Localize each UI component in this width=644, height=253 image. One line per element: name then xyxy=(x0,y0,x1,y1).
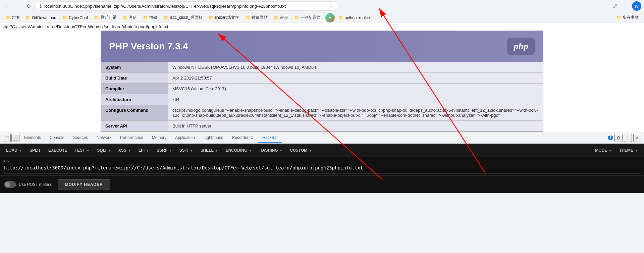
hackbar-lfi-button[interactable]: LFI ▼ xyxy=(135,146,153,155)
bookmark-star-icon[interactable]: ☆ xyxy=(329,4,333,9)
bookmark-folder-icon: 📁 xyxy=(62,15,67,20)
menu-button[interactable]: ⋮ xyxy=(621,1,631,11)
phpinfo-container: PHP Version 7.3.4 php System Windows NT … xyxy=(101,31,543,132)
url-underline xyxy=(4,173,640,173)
bookmark-all[interactable]: 📁 所有书签 xyxy=(613,13,641,22)
php-header: PHP Version 7.3.4 php xyxy=(101,31,543,62)
bookmark-paid[interactable]: 📁 付费网站 xyxy=(243,13,270,22)
table-cell-label: Server API xyxy=(101,121,168,132)
bookmark-folder-icon: 📁 xyxy=(616,15,621,20)
forward-button[interactable]: → xyxy=(13,1,23,11)
hackbar-xss-button[interactable]: XSS ▼ xyxy=(115,146,135,155)
devtools-settings-icon[interactable]: ⚙ xyxy=(614,134,623,142)
hackbar-url-section: URL xyxy=(0,157,644,175)
bookmark-linux[interactable]: 📁 linux酷炫文字 xyxy=(206,13,242,22)
bookmark-folder-icon: 📁 xyxy=(25,15,31,20)
reload-button[interactable]: ⟳ xyxy=(24,1,34,11)
table-cell-value: cscript /nologo configure.js "--enable-s… xyxy=(168,105,543,121)
table-row: Configure Command cscript /nologo config… xyxy=(101,105,543,121)
hackbar-shell-button[interactable]: SHELL ▼ xyxy=(197,146,221,155)
lfi-dropdown-icon: ▼ xyxy=(146,149,149,152)
bookmark-ctf[interactable]: 📁 CTF xyxy=(3,14,22,21)
hackbar-execute-button[interactable]: EXECUTE xyxy=(45,146,71,155)
table-row: Server API Built in HTTP server xyxy=(101,121,543,132)
bookmark-folder-icon: 📁 xyxy=(143,15,148,20)
bookmark-folder-icon: 📁 xyxy=(338,15,343,20)
hackbar-test-button[interactable]: TEST ▼ xyxy=(71,146,93,155)
post-method-toggle-container: Use POST method xyxy=(4,181,53,188)
tab-recorder[interactable]: Recorder ⚙ xyxy=(228,133,258,143)
hackbar-mode-button[interactable]: MODE ▼ xyxy=(592,146,615,155)
post-method-toggle[interactable] xyxy=(4,181,16,188)
mode-dropdown-icon: ▼ xyxy=(608,149,612,152)
tab-elements[interactable]: Elements xyxy=(20,133,45,143)
devtools-badge: 1 xyxy=(608,136,613,140)
test-dropdown-icon: ▼ xyxy=(86,149,90,152)
table-cell-label: Architecture xyxy=(101,94,168,105)
back-button[interactable]: ← xyxy=(3,1,12,11)
table-cell-label: System xyxy=(101,62,168,73)
ssti-dropdown-icon: ▼ xyxy=(190,149,193,152)
browser-top-bar: ← → ⟳ ℹ localhost:3000/index.php?filenam… xyxy=(0,0,644,12)
hackbar-bottom: Use POST method MODIFY HEADER xyxy=(0,175,644,193)
tab-lighthouse[interactable]: Lighthouse xyxy=(200,133,227,143)
tab-network[interactable]: Network xyxy=(93,133,115,143)
bookmark-python[interactable]: 📁 python_rookie xyxy=(335,14,372,21)
hackbar-sqli-button[interactable]: SQLI ▼ xyxy=(94,146,114,155)
table-cell-value: Apr 2 2019 21:50:57 xyxy=(168,73,543,84)
bookmarks-bar: 📁 CTF 📁 GitDownLoad 📁 CyberChef 📁 最近问题 📁… xyxy=(0,12,644,23)
tab-hackbar[interactable]: HackBar xyxy=(258,133,282,143)
bookmark-yiqian[interactable]: 📁 怡钱 xyxy=(140,13,160,22)
bookmark-chashi[interactable]: 📁 差事 xyxy=(271,13,291,22)
hackbar-theme-button[interactable]: THEME ▼ xyxy=(616,146,641,155)
bookmark-new-stuff[interactable]: 📁 一些新东西 xyxy=(291,13,323,22)
lock-icon: ℹ xyxy=(40,3,42,9)
table-cell-value: MSVC15 (Visual C++ 2017) xyxy=(168,84,543,94)
shell-dropdown-icon: ▼ xyxy=(215,149,218,152)
profile-avatar[interactable]: W xyxy=(632,1,641,11)
bookmark-folder-icon: 📁 xyxy=(274,15,279,20)
tab-console[interactable]: Console xyxy=(46,133,68,143)
hackbar-load-button[interactable]: LOAD ▼ xyxy=(3,146,25,155)
devtools-inspect-icon[interactable]: ⬚ xyxy=(3,134,11,142)
extensions-button[interactable]: ⑇ xyxy=(610,1,620,11)
devtools-right-actions: 1 ⚙ ⋮ ✕ xyxy=(606,134,641,142)
hackbar-hashing-button[interactable]: HASHING ▼ xyxy=(256,146,286,155)
bookmark-folder-icon: 📁 xyxy=(294,15,299,20)
ssrf-dropdown-icon: ▼ xyxy=(169,149,172,152)
bookmark-folder-icon: 📁 xyxy=(5,15,10,20)
table-cell-value: Built in HTTP server xyxy=(168,121,543,132)
bookmark-cyberchef[interactable]: 📁 CyberChef xyxy=(60,14,91,21)
table-cell-label: Configure Command xyxy=(101,105,168,121)
hackbar-split-button[interactable]: SPLIT xyxy=(26,146,44,155)
address-bar[interactable]: ℹ localhost:3000/index.php?filename=zip:… xyxy=(36,1,337,11)
hackbar-url-input[interactable] xyxy=(4,164,640,172)
tab-memory[interactable]: Memory xyxy=(148,133,170,143)
devtools-more-icon[interactable]: ⋮ xyxy=(624,134,632,142)
hackbar-encoding-button[interactable]: ENCODING ▼ xyxy=(222,146,256,155)
table-cell-value: x64 xyxy=(168,94,543,105)
hackbar-toolbar: LOAD ▼ SPLIT EXECUTE TEST ▼ SQLI ▼ XSS ▼ xyxy=(0,144,644,157)
xss-dropdown-icon: ▼ xyxy=(128,149,131,152)
tab-application[interactable]: Application xyxy=(171,133,199,143)
tab-sources[interactable]: Sources xyxy=(69,133,92,143)
bookmark-study[interactable]: 📁 考研 xyxy=(120,13,140,22)
nav-buttons: ← → ⟳ xyxy=(3,1,34,11)
hackbar-ssti-button[interactable]: SSTI ▼ xyxy=(176,146,197,155)
devtools-bar: ⬚ ⬜ Elements Console Sources Network Per… xyxy=(0,132,644,144)
custom-icon-bookmark[interactable]: ✦ xyxy=(325,13,335,22)
devtools-close-icon[interactable]: ✕ xyxy=(633,134,641,142)
hackbar-custom-button[interactable]: CUSTOM ▼ xyxy=(287,146,316,155)
bookmark-recent[interactable]: 📁 最近问题 xyxy=(91,13,119,22)
hashing-dropdown-icon: ▼ xyxy=(279,149,283,152)
bookmark-gitdownload[interactable]: 📁 GitDownLoad xyxy=(23,14,59,21)
table-cell-label: Compiler xyxy=(101,84,168,94)
modify-header-button[interactable]: MODIFY HEADER xyxy=(58,179,110,190)
bookmark-iscc[interactable]: 📁 iscc_ciscn_强网杯 xyxy=(161,13,205,22)
devtools-device-icon[interactable]: ⬜ xyxy=(11,134,19,142)
table-cell-label: Build Date xyxy=(101,73,168,84)
table-row: Architecture x64 xyxy=(101,94,543,105)
php-info-table: System Windows NT DESKTOP-AV5LHV1 10.0 b… xyxy=(101,62,543,132)
tab-performance[interactable]: Performance xyxy=(116,133,147,143)
hackbar-ssrf-button[interactable]: SSRF ▼ xyxy=(153,146,175,155)
